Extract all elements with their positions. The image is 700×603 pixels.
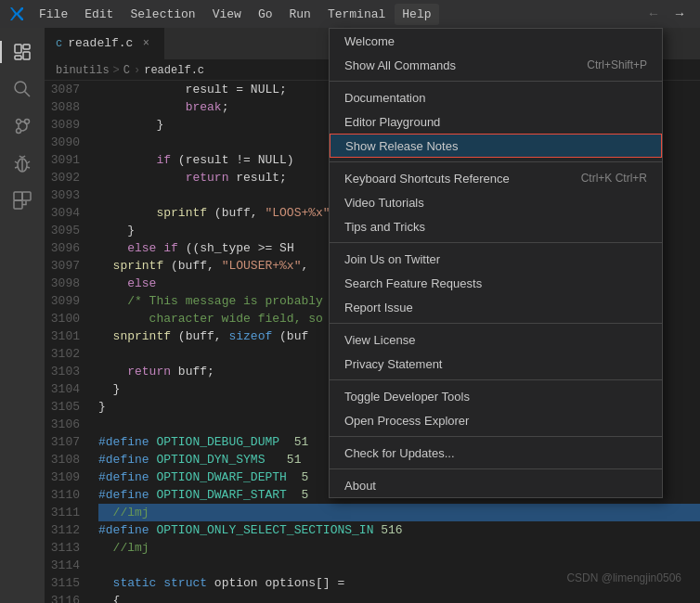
menu-run[interactable]: Run xyxy=(281,4,318,25)
menu-item-label: Privacy Statement xyxy=(344,357,443,371)
menu-item-label: Video Tutorials xyxy=(344,196,424,210)
line-number: 3101 xyxy=(45,327,80,345)
line-number: 3096 xyxy=(45,239,80,257)
code-line[interactable]: //lmj xyxy=(98,504,700,521)
line-number: 3102 xyxy=(45,345,80,363)
menu-selection[interactable]: Selection xyxy=(123,4,202,25)
svg-point-6 xyxy=(17,120,21,124)
menu-separator xyxy=(330,161,662,162)
help-menu-item-show-all-commands[interactable]: Show All CommandsCtrl+Shift+P xyxy=(330,53,662,77)
breadcrumb-file[interactable]: readelf.c xyxy=(144,64,204,77)
nav-back-arrow[interactable]: ← xyxy=(642,5,665,23)
line-number: 3114 xyxy=(45,557,80,574)
line-number: 3116 xyxy=(45,592,80,603)
tab-filename: readelf.c xyxy=(68,36,133,50)
line-number: 3091 xyxy=(45,151,80,169)
menu-item-label: Report Issue xyxy=(344,301,413,314)
help-menu-item-toggle-developer-tools[interactable]: Toggle Developer Tools xyxy=(330,384,662,408)
line-number: 3115 xyxy=(45,574,80,592)
line-number: 3092 xyxy=(45,169,80,186)
line-number: 3087 xyxy=(45,81,80,98)
titlebar: File Edit Selection View Go Run Terminal… xyxy=(0,0,700,28)
help-menu-item-report-issue[interactable]: Report Issue xyxy=(330,295,662,319)
line-number: 3105 xyxy=(45,398,80,416)
menu-item-label: Keyboard Shortcuts Reference xyxy=(344,172,510,186)
line-number: 3097 xyxy=(45,257,80,275)
help-menu-item-open-process-explorer[interactable]: Open Process Explorer xyxy=(330,408,662,432)
help-menu-item-search-feature-requests[interactable]: Search Feature Requests xyxy=(330,271,662,295)
activity-bar xyxy=(0,28,45,603)
code-line[interactable]: //lmj xyxy=(98,539,700,557)
menu-item-label: Open Process Explorer xyxy=(344,414,469,428)
breadcrumb-lang[interactable]: C xyxy=(123,64,130,77)
line-number: 3099 xyxy=(45,292,80,310)
svg-rect-1 xyxy=(23,45,30,49)
code-line[interactable]: #define OPTION_ONLY_SELECT_SECTIONS_IN 5… xyxy=(98,521,700,539)
help-menu-item-tips-and-tricks[interactable]: Tips and Tricks xyxy=(330,214,662,238)
menu-item-label: Editor Playground xyxy=(344,115,440,129)
line-number: 3110 xyxy=(45,486,80,504)
activity-debug[interactable] xyxy=(6,147,39,180)
svg-line-13 xyxy=(27,167,30,168)
line-number: 3088 xyxy=(45,98,80,116)
menu-separator xyxy=(330,379,662,380)
help-menu-item-welcome[interactable]: Welcome xyxy=(330,29,662,53)
help-menu-item-check-for-updates[interactable]: Check for Updates... xyxy=(330,441,662,465)
line-number: 3094 xyxy=(45,204,80,222)
menu-go[interactable]: Go xyxy=(251,4,280,25)
line-number: 3108 xyxy=(45,451,80,468)
help-menu-item-show-release-notes[interactable]: Show Release Notes xyxy=(330,134,662,158)
menu-help[interactable]: Help xyxy=(395,4,438,25)
menu-item-shortcut: Ctrl+K Ctrl+R xyxy=(581,172,647,185)
help-menu-item-editor-playground[interactable]: Editor Playground xyxy=(330,109,662,134)
svg-rect-2 xyxy=(23,52,30,59)
menu-item-label: Toggle Developer Tools xyxy=(344,390,470,404)
menu-bar: File Edit Selection View Go Run Terminal… xyxy=(32,4,439,25)
menu-item-label: Join Us on Twitter xyxy=(344,252,440,266)
svg-rect-17 xyxy=(14,192,22,200)
svg-line-10 xyxy=(15,161,18,163)
tab-readelf[interactable]: c readelf.c × xyxy=(45,28,165,59)
help-menu-item-about[interactable]: About xyxy=(330,473,662,497)
menu-item-label: Show All Commands xyxy=(344,58,456,72)
menu-edit[interactable]: Edit xyxy=(77,4,121,25)
activity-search[interactable] xyxy=(6,72,39,106)
help-menu-item-join-us-on-twitter[interactable]: Join Us on Twitter xyxy=(330,247,662,271)
menu-file[interactable]: File xyxy=(32,4,75,25)
activity-explorer[interactable] xyxy=(6,35,39,69)
menu-item-shortcut: Ctrl+Shift+P xyxy=(587,58,647,71)
line-number: 3111 xyxy=(45,504,80,521)
help-menu-item-privacy-statement[interactable]: Privacy Statement xyxy=(330,352,662,376)
nav-forward-arrow[interactable]: → xyxy=(668,5,691,23)
menu-item-label: About xyxy=(344,479,376,493)
line-number: 3104 xyxy=(45,380,80,398)
activity-source-control[interactable] xyxy=(6,109,39,143)
menu-separator xyxy=(330,242,662,243)
menu-item-label: View License xyxy=(344,333,415,347)
line-number: 3113 xyxy=(45,539,80,557)
breadcrumb-sep2: › xyxy=(134,64,140,77)
breadcrumb-sep1: > xyxy=(113,64,120,77)
activity-extensions[interactable] xyxy=(6,184,39,217)
help-menu-item-view-license[interactable]: View License xyxy=(330,327,662,352)
line-number: 3093 xyxy=(45,186,80,204)
svg-line-5 xyxy=(25,92,31,97)
menu-view[interactable]: View xyxy=(205,4,249,25)
menu-item-label: Welcome xyxy=(344,34,395,48)
help-menu-item-documentation[interactable]: Documentation xyxy=(330,85,662,109)
watermark: CSDN @limengjin0506 xyxy=(566,571,681,584)
app-icon xyxy=(9,6,24,21)
menu-item-label: Search Feature Requests xyxy=(344,276,482,290)
breadcrumb-binutils[interactable]: binutils xyxy=(56,64,110,77)
help-menu-item-keyboard-shortcuts-reference[interactable]: Keyboard Shortcuts ReferenceCtrl+K Ctrl+… xyxy=(330,166,662,190)
help-menu: WelcomeShow All CommandsCtrl+Shift+PDocu… xyxy=(329,28,663,498)
menu-item-label: Check for Updates... xyxy=(344,446,455,460)
svg-rect-0 xyxy=(15,45,21,53)
menu-terminal[interactable]: Terminal xyxy=(320,4,393,25)
menu-item-label: Tips and Tricks xyxy=(344,220,425,234)
help-menu-item-video-tutorials[interactable]: Video Tutorials xyxy=(330,190,662,214)
tab-close-button[interactable]: × xyxy=(138,36,153,51)
line-number: 3106 xyxy=(45,416,80,433)
menu-item-label: Documentation xyxy=(344,91,425,105)
code-line[interactable]: { xyxy=(98,592,700,603)
